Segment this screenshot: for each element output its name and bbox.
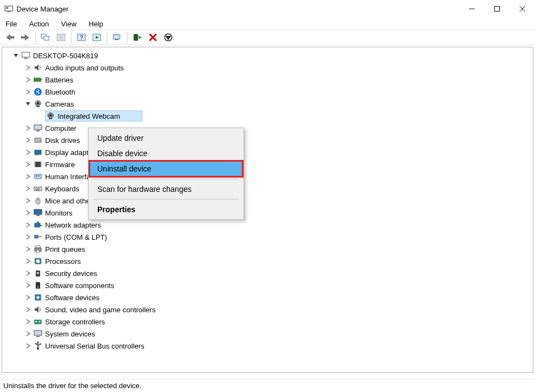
- action-toolbar-button[interactable]: [90, 31, 104, 44]
- tree-node-softcomp[interactable]: Software components: [5, 279, 533, 291]
- tree-root[interactable]: DESKTOP-504K819: [5, 49, 533, 62]
- svg-rect-55: [36, 175, 37, 176]
- menu-view[interactable]: View: [59, 19, 79, 29]
- storage-controller-icon: [33, 317, 43, 327]
- context-menu-scan-hardware[interactable]: Scan for hardware changes: [90, 181, 242, 197]
- svg-rect-4: [495, 7, 500, 12]
- chevron-right-icon[interactable]: [24, 330, 32, 338]
- chevron-right-icon[interactable]: [24, 197, 32, 205]
- properties-toolbar-button[interactable]: [54, 31, 68, 44]
- chevron-right-icon[interactable]: [24, 221, 32, 229]
- tree-node-usb[interactable]: Universal Serial Bus controllers: [5, 340, 533, 352]
- minimize-button[interactable]: [459, 0, 484, 18]
- software-component-icon: [33, 280, 43, 290]
- hid-icon: [33, 172, 43, 181]
- tree-node-hid[interactable]: Human Interface Devices: [5, 170, 533, 183]
- chevron-right-icon[interactable]: [24, 161, 32, 168]
- chevron-down-icon[interactable]: [24, 100, 32, 108]
- tree-node-softdev[interactable]: Software devices: [5, 291, 533, 303]
- svg-rect-60: [38, 188, 40, 189]
- svg-rect-81: [36, 282, 40, 289]
- menu-action[interactable]: Action: [27, 19, 51, 29]
- svg-rect-90: [36, 336, 40, 337]
- context-menu-uninstall-device[interactable]: Uninstall device: [90, 161, 242, 176]
- tree-node-firmware[interactable]: Firmware: [5, 158, 533, 170]
- context-menu-disable-device[interactable]: Disable device: [90, 146, 242, 161]
- help-toolbar-button[interactable]: ?: [74, 31, 89, 44]
- svg-point-82: [37, 286, 38, 288]
- maximize-button[interactable]: [484, 0, 510, 18]
- svg-rect-44: [35, 150, 41, 154]
- chevron-right-icon[interactable]: [24, 88, 32, 96]
- close-button[interactable]: [510, 0, 535, 18]
- chevron-right-icon[interactable]: [24, 306, 32, 313]
- uninstall-toolbar-button[interactable]: [146, 31, 160, 44]
- tree-node-security[interactable]: Security devices: [5, 267, 533, 279]
- svg-rect-36: [36, 106, 40, 107]
- chevron-right-icon[interactable]: [24, 318, 32, 325]
- chip-icon: [33, 159, 43, 169]
- chevron-right-icon[interactable]: [24, 245, 32, 253]
- tree-node-processors[interactable]: Processors: [5, 255, 533, 267]
- menu-help[interactable]: Help: [86, 19, 106, 29]
- tree-node-integrated-webcam[interactable]: Integrated Webcam: [5, 110, 533, 122]
- monitor-icon: [33, 123, 43, 133]
- chevron-right-icon[interactable]: [24, 342, 32, 350]
- back-button[interactable]: [3, 31, 17, 44]
- disable-toolbar-button[interactable]: [161, 31, 175, 44]
- svg-rect-64: [34, 209, 42, 214]
- svg-marker-95: [37, 341, 39, 343]
- tree-node-printq[interactable]: Print queues: [5, 243, 533, 255]
- chevron-right-icon[interactable]: [24, 173, 32, 180]
- system-device-icon: [33, 329, 43, 339]
- window-controls: [459, 0, 535, 18]
- tree-node-ports[interactable]: Ports (COM & LPT): [5, 231, 533, 243]
- toolbar: ?: [0, 30, 535, 45]
- chevron-right-icon[interactable]: [24, 233, 32, 241]
- svg-rect-46: [37, 154, 38, 156]
- tree-node-keyboards[interactable]: Keyboards: [5, 183, 533, 195]
- chevron-right-icon[interactable]: [24, 76, 32, 84]
- svg-rect-31: [34, 78, 41, 81]
- tree-node-computer[interactable]: Computer: [5, 122, 533, 134]
- chevron-right-icon[interactable]: [24, 148, 32, 156]
- cpu-icon: [33, 256, 43, 266]
- tree-node-sound[interactable]: Sound, video and game controllers: [5, 303, 533, 316]
- chevron-right-icon[interactable]: [24, 64, 32, 71]
- svg-rect-47: [35, 162, 41, 167]
- svg-rect-32: [41, 79, 42, 80]
- port-icon: [33, 232, 43, 242]
- tree-node-system[interactable]: System devices: [5, 328, 533, 340]
- context-menu-update-driver[interactable]: Update driver: [90, 130, 242, 146]
- add-legacy-button[interactable]: [130, 31, 145, 44]
- chevron-right-icon[interactable]: [24, 124, 32, 132]
- svg-rect-21: [134, 34, 138, 41]
- tree-node-audio[interactable]: Audio inputs and outputs: [5, 62, 533, 74]
- tree-node-display[interactable]: Display adapters: [5, 146, 533, 158]
- svg-rect-58: [35, 188, 36, 189]
- show-hide-console-button[interactable]: [38, 31, 53, 44]
- usb-icon: [33, 341, 43, 351]
- tree-node-batteries[interactable]: Batteries: [5, 74, 533, 86]
- svg-rect-94: [40, 344, 41, 345]
- chevron-right-icon[interactable]: [24, 257, 32, 265]
- chevron-right-icon[interactable]: [24, 269, 32, 277]
- chevron-right-icon[interactable]: [24, 209, 32, 217]
- chevron-right-icon[interactable]: [24, 294, 32, 301]
- tree-node-storage[interactable]: Storage controllers: [5, 316, 533, 328]
- menu-file[interactable]: File: [3, 19, 19, 29]
- forward-button[interactable]: [18, 31, 32, 44]
- tree-node-cameras[interactable]: Cameras: [5, 98, 533, 110]
- tree-node-disk[interactable]: Disk drives: [5, 134, 533, 146]
- tree-node-network[interactable]: Network adapters: [5, 219, 533, 231]
- tree-node-bluetooth[interactable]: Bluetooth: [5, 86, 533, 98]
- chevron-right-icon[interactable]: [24, 136, 32, 144]
- svg-rect-41: [36, 130, 40, 131]
- chevron-right-icon[interactable]: [24, 185, 32, 192]
- tree-node-monitors[interactable]: Monitors: [5, 207, 533, 219]
- context-menu-properties[interactable]: Properties: [90, 202, 242, 217]
- chevron-down-icon[interactable]: [12, 52, 20, 59]
- tree-node-mice[interactable]: Mice and other pointing devices: [5, 195, 533, 207]
- scan-hardware-toolbar-button[interactable]: [110, 31, 124, 44]
- chevron-right-icon[interactable]: [24, 281, 32, 289]
